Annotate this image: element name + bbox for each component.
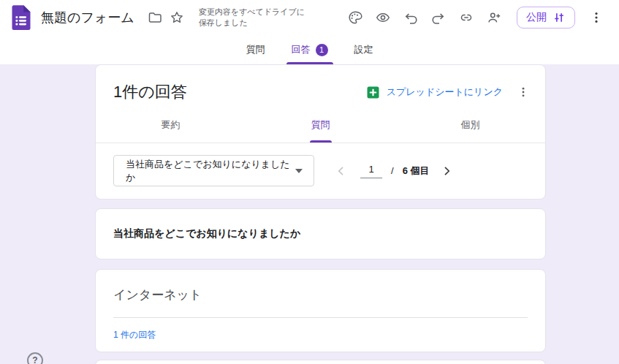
question-card: 当社商品をどこでお知りになりましたか	[95, 208, 546, 259]
topbar-left: 無題のフォーム 変更内容をすべてドライブに保存しました	[10, 5, 310, 30]
link-to-sheets-button[interactable]: スプレッドシートにリンク	[367, 86, 503, 99]
publish-label: 公開	[526, 11, 547, 24]
topbar-actions: 公開	[341, 4, 610, 31]
eye-icon	[376, 10, 390, 25]
subtab-summary-label: 要約	[162, 118, 181, 132]
pagination-separator: /	[391, 165, 394, 176]
undo-button[interactable]	[397, 4, 425, 31]
responses-content: 1件の回答 スプレッドシートにリンク	[0, 64, 619, 364]
answer-card: インターネット 1 件の回答	[95, 269, 546, 352]
prev-question-button[interactable]	[334, 164, 349, 178]
google-forms-responses-page: 無題のフォーム 変更内容をすべてドライブに保存しました	[0, 0, 619, 364]
select-caret-icon	[295, 169, 303, 173]
answer-divider	[113, 317, 528, 318]
subtab-summary[interactable]: 要約	[96, 107, 246, 143]
forms-logo-icon[interactable]	[10, 5, 32, 30]
sheets-link-label: スプレッドシートにリンク	[387, 86, 503, 99]
topbar: 無題のフォーム 変更内容をすべてドライブに保存しました	[0, 0, 619, 35]
redo-icon	[431, 10, 446, 25]
subtab-individual-label: 個別	[461, 118, 480, 132]
kebab-icon	[517, 86, 530, 99]
theme-palette-button[interactable]	[341, 4, 369, 31]
publish-settings-icon	[552, 11, 566, 24]
subtab-question[interactable]: 質問	[246, 107, 395, 143]
redo-button[interactable]	[425, 4, 452, 31]
tab-responses[interactable]: 回答 1	[289, 35, 330, 64]
next-question-button[interactable]	[439, 164, 454, 178]
undo-icon	[403, 10, 418, 25]
question-pagination: 1 / 6 個目	[334, 164, 454, 178]
more-options-button[interactable]	[582, 4, 610, 31]
help-question-mark: ?	[32, 355, 37, 364]
subtab-question-label: 質問	[311, 118, 330, 132]
save-status-text: 変更内容をすべてドライブに保存しました	[199, 7, 310, 29]
answer-responses-link[interactable]: 1 件の回答	[113, 329, 156, 341]
preview-button[interactable]	[369, 4, 397, 31]
move-to-folder-button[interactable]	[145, 7, 165, 28]
next-card-partial	[95, 360, 546, 364]
person-add-icon	[487, 10, 501, 25]
kebab-icon	[589, 10, 604, 25]
copy-link-button[interactable]	[452, 4, 480, 31]
responses-count-badge: 1	[316, 44, 328, 56]
tab-settings-label: 設定	[354, 43, 373, 56]
responses-card-header: 1件の回答 スプレッドシートにリンク	[96, 65, 545, 107]
link-icon	[459, 10, 474, 25]
folder-icon	[148, 10, 162, 25]
responses-header-card: 1件の回答 スプレッドシートにリンク	[95, 64, 546, 200]
add-collaborator-button[interactable]	[480, 4, 508, 31]
question-number-input[interactable]: 1	[360, 164, 382, 178]
form-title[interactable]: 無題のフォーム	[41, 9, 134, 26]
star-button[interactable]	[167, 7, 187, 28]
responses-title: 1件の回答	[113, 81, 367, 103]
tab-settings[interactable]: 設定	[352, 35, 376, 64]
tab-questions[interactable]: 質問	[244, 35, 267, 64]
form-nav-tabs: 質問 回答 1 設定	[0, 35, 619, 64]
responses-sub-tabs: 要約 質問 個別	[96, 107, 545, 143]
answer-text: インターネット	[113, 287, 528, 303]
sheets-icon	[367, 86, 379, 99]
question-select-value: 当社商品をどこでお知りになりましたか	[126, 158, 295, 184]
subtab-individual[interactable]: 個別	[395, 107, 545, 143]
active-subtab-underline	[310, 140, 332, 143]
publish-button[interactable]: 公開	[517, 7, 575, 29]
tab-responses-label: 回答	[292, 43, 311, 56]
responses-more-button[interactable]	[513, 82, 533, 102]
question-title: 当社商品をどこでお知りになりましたか	[113, 227, 528, 240]
palette-icon	[348, 10, 362, 25]
tab-questions-label: 質問	[246, 43, 265, 56]
pagination-total: 6 個目	[403, 164, 430, 178]
question-navigation-row: 当社商品をどこでお知りになりましたか 1 / 6 個目	[96, 143, 545, 198]
question-select[interactable]: 当社商品をどこでお知りになりましたか	[113, 155, 314, 186]
help-button[interactable]: ?	[27, 352, 43, 364]
star-icon	[170, 10, 184, 25]
